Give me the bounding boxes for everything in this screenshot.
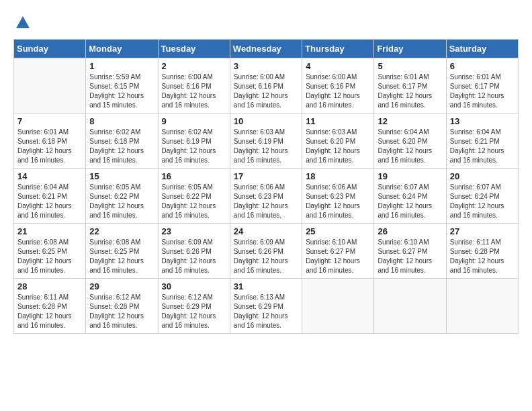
day-number: 6 <box>450 61 515 71</box>
calendar-cell: 5Sunrise: 6:01 AM Sunset: 6:17 PM Daylig… <box>374 58 446 113</box>
day-info: Sunrise: 6:07 AM Sunset: 6:24 PM Dayligh… <box>450 183 515 220</box>
day-info: Sunrise: 6:10 AM Sunset: 6:27 PM Dayligh… <box>306 238 370 275</box>
calendar-cell: 30Sunrise: 6:12 AM Sunset: 6:29 PM Dayli… <box>158 279 230 334</box>
day-info: Sunrise: 6:05 AM Sunset: 6:22 PM Dayligh… <box>162 183 226 220</box>
logo <box>13 13 35 32</box>
col-tuesday: Tuesday <box>158 40 230 58</box>
calendar-cell: 18Sunrise: 6:06 AM Sunset: 6:23 PM Dayli… <box>302 169 374 224</box>
day-number: 5 <box>378 61 442 71</box>
calendar-cell: 2Sunrise: 6:00 AM Sunset: 6:16 PM Daylig… <box>158 58 230 113</box>
day-number: 25 <box>306 226 370 236</box>
day-number: 26 <box>378 226 442 236</box>
day-number: 29 <box>89 281 154 291</box>
day-number: 11 <box>306 116 370 126</box>
calendar-cell: 27Sunrise: 6:11 AM Sunset: 6:28 PM Dayli… <box>446 224 518 279</box>
day-info: Sunrise: 6:03 AM Sunset: 6:20 PM Dayligh… <box>306 128 370 165</box>
calendar-cell: 24Sunrise: 6:09 AM Sunset: 6:26 PM Dayli… <box>230 224 302 279</box>
calendar-cell: 20Sunrise: 6:07 AM Sunset: 6:24 PM Dayli… <box>446 169 518 224</box>
day-info: Sunrise: 6:00 AM Sunset: 6:16 PM Dayligh… <box>306 73 370 110</box>
calendar-cell: 4Sunrise: 6:00 AM Sunset: 6:16 PM Daylig… <box>302 58 374 113</box>
day-info: Sunrise: 6:12 AM Sunset: 6:29 PM Dayligh… <box>162 293 226 330</box>
day-info: Sunrise: 6:03 AM Sunset: 6:19 PM Dayligh… <box>234 128 298 165</box>
day-info: Sunrise: 6:01 AM Sunset: 6:17 PM Dayligh… <box>378 73 442 110</box>
day-number: 16 <box>162 171 226 181</box>
day-number: 22 <box>89 226 154 236</box>
day-info: Sunrise: 6:01 AM Sunset: 6:17 PM Dayligh… <box>450 73 515 110</box>
day-info: Sunrise: 6:01 AM Sunset: 6:18 PM Dayligh… <box>17 128 82 165</box>
day-info: Sunrise: 6:08 AM Sunset: 6:25 PM Dayligh… <box>17 238 82 275</box>
col-saturday: Saturday <box>446 40 518 58</box>
day-number: 24 <box>234 226 298 236</box>
day-number: 27 <box>450 226 515 236</box>
svg-rect-1 <box>20 23 26 28</box>
day-info: Sunrise: 6:07 AM Sunset: 6:24 PM Dayligh… <box>378 183 442 220</box>
calendar-cell: 29Sunrise: 6:12 AM Sunset: 6:28 PM Dayli… <box>86 279 158 334</box>
day-number: 14 <box>17 171 82 181</box>
day-number: 21 <box>17 226 82 236</box>
calendar-cell <box>374 279 446 334</box>
calendar-cell <box>14 58 86 113</box>
day-info: Sunrise: 6:00 AM Sunset: 6:16 PM Dayligh… <box>162 73 226 110</box>
day-info: Sunrise: 6:09 AM Sunset: 6:26 PM Dayligh… <box>234 238 298 275</box>
day-number: 13 <box>450 116 515 126</box>
day-info: Sunrise: 6:08 AM Sunset: 6:25 PM Dayligh… <box>89 238 154 275</box>
day-number: 31 <box>234 281 298 291</box>
day-info: Sunrise: 6:04 AM Sunset: 6:21 PM Dayligh… <box>17 183 82 220</box>
day-info: Sunrise: 6:02 AM Sunset: 6:19 PM Dayligh… <box>162 128 226 165</box>
day-number: 1 <box>89 61 154 71</box>
calendar-cell: 14Sunrise: 6:04 AM Sunset: 6:21 PM Dayli… <box>14 169 86 224</box>
day-info: Sunrise: 6:09 AM Sunset: 6:26 PM Dayligh… <box>162 238 226 275</box>
calendar-week-row: 21Sunrise: 6:08 AM Sunset: 6:25 PM Dayli… <box>14 224 519 279</box>
calendar-cell <box>302 279 374 334</box>
page-header <box>13 13 519 32</box>
day-info: Sunrise: 6:02 AM Sunset: 6:18 PM Dayligh… <box>89 128 154 165</box>
calendar-header-row: Sunday Monday Tuesday Wednesday Thursday… <box>14 40 519 58</box>
day-info: Sunrise: 6:06 AM Sunset: 6:23 PM Dayligh… <box>306 183 370 220</box>
day-number: 3 <box>234 61 298 71</box>
day-number: 18 <box>306 171 370 181</box>
calendar-cell: 21Sunrise: 6:08 AM Sunset: 6:25 PM Dayli… <box>14 224 86 279</box>
calendar-cell: 9Sunrise: 6:02 AM Sunset: 6:19 PM Daylig… <box>158 113 230 169</box>
day-info: Sunrise: 6:05 AM Sunset: 6:22 PM Dayligh… <box>89 183 154 220</box>
day-number: 28 <box>17 281 82 291</box>
calendar-cell: 19Sunrise: 6:07 AM Sunset: 6:24 PM Dayli… <box>374 169 446 224</box>
calendar-cell: 10Sunrise: 6:03 AM Sunset: 6:19 PM Dayli… <box>230 113 302 169</box>
col-monday: Monday <box>86 40 158 58</box>
calendar-table: Sunday Monday Tuesday Wednesday Thursday… <box>13 39 519 334</box>
calendar-cell: 8Sunrise: 6:02 AM Sunset: 6:18 PM Daylig… <box>86 113 158 169</box>
calendar-cell: 13Sunrise: 6:04 AM Sunset: 6:21 PM Dayli… <box>446 113 518 169</box>
day-number: 9 <box>162 116 226 126</box>
calendar-week-row: 1Sunrise: 5:59 AM Sunset: 6:15 PM Daylig… <box>14 58 519 113</box>
col-friday: Friday <box>374 40 446 58</box>
calendar-cell: 23Sunrise: 6:09 AM Sunset: 6:26 PM Dayli… <box>158 224 230 279</box>
day-number: 2 <box>162 61 226 71</box>
calendar-cell <box>446 279 518 334</box>
logo-icon <box>13 13 32 32</box>
day-number: 23 <box>162 226 226 236</box>
col-thursday: Thursday <box>302 40 374 58</box>
calendar-cell: 17Sunrise: 6:06 AM Sunset: 6:23 PM Dayli… <box>230 169 302 224</box>
calendar-cell: 22Sunrise: 6:08 AM Sunset: 6:25 PM Dayli… <box>86 224 158 279</box>
calendar-cell: 11Sunrise: 6:03 AM Sunset: 6:20 PM Dayli… <box>302 113 374 169</box>
calendar-week-row: 28Sunrise: 6:11 AM Sunset: 6:28 PM Dayli… <box>14 279 519 334</box>
day-number: 20 <box>450 171 515 181</box>
calendar-cell: 16Sunrise: 6:05 AM Sunset: 6:22 PM Dayli… <box>158 169 230 224</box>
day-number: 30 <box>162 281 226 291</box>
calendar-cell: 7Sunrise: 6:01 AM Sunset: 6:18 PM Daylig… <box>14 113 86 169</box>
day-info: Sunrise: 5:59 AM Sunset: 6:15 PM Dayligh… <box>89 73 154 110</box>
day-info: Sunrise: 6:00 AM Sunset: 6:16 PM Dayligh… <box>234 73 298 110</box>
calendar-cell: 28Sunrise: 6:11 AM Sunset: 6:28 PM Dayli… <box>14 279 86 334</box>
day-info: Sunrise: 6:04 AM Sunset: 6:21 PM Dayligh… <box>450 128 515 165</box>
day-number: 7 <box>17 116 82 126</box>
calendar-week-row: 14Sunrise: 6:04 AM Sunset: 6:21 PM Dayli… <box>14 169 519 224</box>
day-info: Sunrise: 6:11 AM Sunset: 6:28 PM Dayligh… <box>450 238 515 275</box>
col-wednesday: Wednesday <box>230 40 302 58</box>
calendar-cell: 25Sunrise: 6:10 AM Sunset: 6:27 PM Dayli… <box>302 224 374 279</box>
day-info: Sunrise: 6:13 AM Sunset: 6:29 PM Dayligh… <box>234 293 298 330</box>
day-info: Sunrise: 6:06 AM Sunset: 6:23 PM Dayligh… <box>234 183 298 220</box>
calendar-cell: 31Sunrise: 6:13 AM Sunset: 6:29 PM Dayli… <box>230 279 302 334</box>
day-info: Sunrise: 6:11 AM Sunset: 6:28 PM Dayligh… <box>17 293 82 330</box>
day-info: Sunrise: 6:10 AM Sunset: 6:27 PM Dayligh… <box>378 238 442 275</box>
day-number: 17 <box>234 171 298 181</box>
calendar-week-row: 7Sunrise: 6:01 AM Sunset: 6:18 PM Daylig… <box>14 113 519 169</box>
